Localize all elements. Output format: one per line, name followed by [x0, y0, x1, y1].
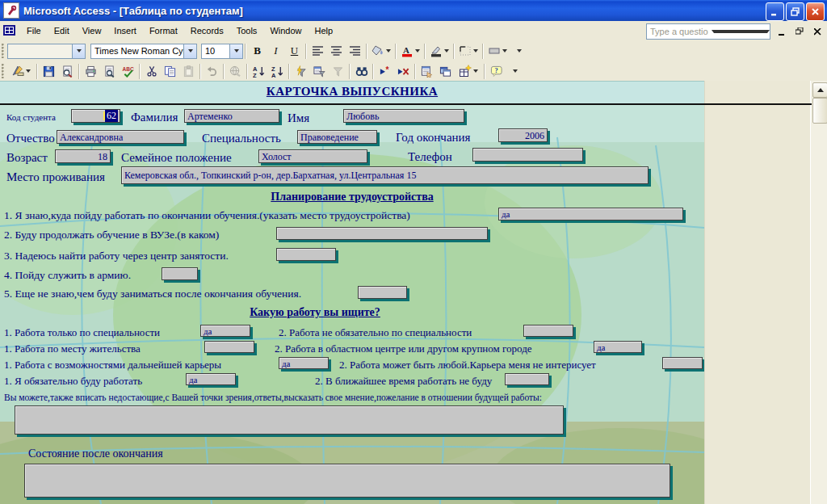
marital-field[interactable]: Холост	[258, 149, 367, 163]
print-preview-button[interactable]	[100, 62, 119, 80]
line-border-button[interactable]	[456, 42, 481, 60]
view-design-button[interactable]	[7, 62, 35, 80]
surname-field[interactable]: Артеменко	[184, 109, 279, 123]
sort-ascending-button[interactable]: AZ	[250, 62, 268, 80]
comment-note: Вы можете,также вписать недостающие,с Ва…	[4, 393, 542, 402]
close-button[interactable]	[806, 2, 825, 21]
age-label: Возраст	[6, 151, 48, 165]
save-button[interactable]	[40, 62, 58, 80]
menu-records[interactable]: Records	[184, 23, 230, 38]
planning-q4-field[interactable]	[162, 267, 198, 280]
job-r4-right-text: 2. В ближайшее время работать не буду	[315, 375, 492, 388]
status-field[interactable]	[24, 464, 670, 498]
planning-q5-field[interactable]	[358, 286, 407, 299]
italic-button[interactable]: I	[267, 42, 285, 60]
help-button[interactable]: ?	[487, 62, 506, 80]
mdi-minimize-button[interactable]	[775, 26, 788, 37]
status-label: Состояние после окончания	[28, 447, 163, 460]
vertical-scrollbar[interactable]	[810, 81, 827, 504]
fill-color-button[interactable]	[369, 42, 393, 60]
svg-text:?: ?	[494, 66, 497, 74]
file-search-button[interactable]	[58, 62, 77, 80]
toolbar-options-button[interactable]	[506, 62, 524, 80]
minimize-button[interactable]	[766, 2, 784, 21]
job-r2-left-field[interactable]	[204, 341, 254, 353]
world-map-background	[0, 105, 704, 504]
align-center-button[interactable]	[327, 42, 346, 60]
properties-button[interactable]	[418, 62, 436, 80]
title-bar: Microsoft Access - [Таблица по студентам…	[0, 0, 827, 21]
comment-field[interactable]	[15, 405, 564, 435]
help-question-input[interactable]: Type a question for help	[646, 23, 770, 40]
planning-q3-text: 3. Надеюсь найти работу через центр заня…	[4, 250, 229, 262]
age-field[interactable]: 18	[55, 149, 111, 163]
sort-descending-button[interactable]: ZA	[268, 62, 287, 80]
planning-q5-text: 5. Еще не знаю,чем буду заниматься после…	[4, 288, 301, 300]
student-code-field[interactable]: 62	[71, 109, 120, 123]
underline-button[interactable]: U	[285, 42, 304, 60]
svg-text:Z: Z	[253, 71, 257, 77]
menu-insert[interactable]: Insert	[107, 23, 143, 38]
name-field[interactable]: Любовь	[343, 109, 464, 123]
restore-button[interactable]	[786, 2, 804, 21]
menu-file[interactable]: File	[20, 23, 48, 38]
address-field[interactable]: Кемеровская обл., Топкинский р-он, дер.Б…	[121, 166, 649, 184]
job-r3-left-field[interactable]: да	[279, 357, 329, 369]
menu-window[interactable]: Window	[263, 23, 308, 38]
find-button[interactable]	[352, 62, 371, 80]
new-object-button[interactable]	[455, 62, 482, 80]
delete-record-button[interactable]	[394, 62, 413, 80]
patronymic-field[interactable]: Александровна	[57, 130, 184, 144]
object-combo[interactable]	[7, 44, 86, 59]
new-record-button[interactable]: *	[376, 62, 394, 80]
spelling-button[interactable]: ABC	[119, 62, 137, 80]
copy-button[interactable]	[161, 62, 179, 80]
line-color-button[interactable]	[427, 42, 451, 60]
menu-edit[interactable]: Edit	[48, 23, 76, 38]
job-r4-left-text: 1. Я обязательно буду работать	[4, 375, 142, 388]
menu-format[interactable]: Format	[143, 23, 184, 38]
mdi-restore-button[interactable]	[793, 26, 806, 37]
menu-view[interactable]: View	[76, 23, 108, 38]
name-label: Имя	[288, 111, 309, 125]
toolbar-options-button[interactable]	[510, 42, 528, 60]
toolbar-grip[interactable]	[2, 44, 5, 58]
form-window-icon[interactable]	[3, 25, 15, 37]
mdi-close-button[interactable]	[811, 26, 824, 37]
scroll-up-button[interactable]	[812, 82, 827, 98]
paste-button	[179, 62, 198, 80]
align-right-button[interactable]	[346, 42, 364, 60]
filter-by-form-button[interactable]	[310, 62, 329, 80]
menu-help[interactable]: Help	[309, 23, 340, 38]
font-name-value: Times New Roman Cyr	[91, 46, 183, 56]
grad-year-field[interactable]: 2006	[498, 128, 548, 142]
scrollbar-thumb[interactable]	[812, 98, 827, 124]
font-size-combo[interactable]: 10	[201, 44, 243, 59]
job-r1-left-field[interactable]: да	[200, 325, 250, 337]
cut-button[interactable]	[142, 62, 161, 80]
align-left-button[interactable]	[309, 42, 327, 60]
filter-by-selection-button[interactable]	[292, 62, 310, 80]
job-r3-right-field[interactable]	[662, 357, 703, 369]
job-r4-left-field[interactable]: да	[186, 373, 236, 385]
job-r2-right-field[interactable]: да	[594, 341, 642, 353]
database-window-button[interactable]	[436, 62, 455, 80]
planning-q4-text: 4. Пойду служить в армию.	[4, 269, 131, 282]
help-dropdown-arrow-icon[interactable]	[708, 30, 770, 33]
specialty-field[interactable]: Правоведение	[297, 130, 377, 144]
planning-q2-field[interactable]	[276, 227, 488, 240]
menu-tools[interactable]: Tools	[230, 23, 264, 38]
job-r4-right-field[interactable]	[505, 373, 549, 385]
print-button[interactable]	[82, 62, 100, 80]
job-r3-right-text: 2. Работа может быть любой.Карьера меня …	[339, 359, 596, 372]
bold-button[interactable]: B	[248, 42, 267, 60]
special-effect-button[interactable]	[485, 42, 510, 60]
planning-q3-field[interactable]	[276, 248, 336, 261]
font-color-button[interactable]: A	[398, 42, 422, 60]
phone-field[interactable]	[472, 148, 583, 162]
job-r1-right-field[interactable]	[523, 325, 573, 337]
help-question-placeholder: Type a question for help	[647, 27, 708, 36]
font-name-combo[interactable]: Times New Roman Cyr	[90, 44, 197, 59]
toolbar-grip[interactable]	[2, 64, 5, 78]
planning-q1-field[interactable]: да	[498, 208, 683, 220]
